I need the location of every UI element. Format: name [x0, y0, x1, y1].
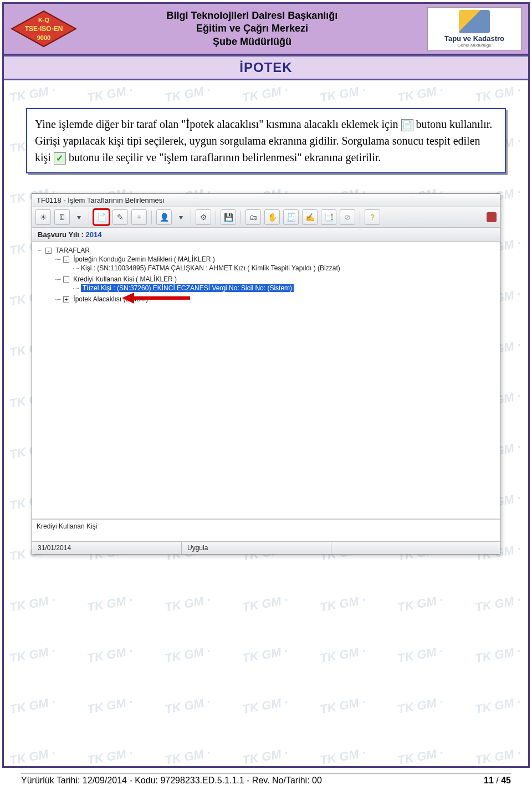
- toolbar-separator: [360, 211, 360, 224]
- header-line2: Eğitim ve Çağrı Merkezi: [77, 22, 427, 35]
- toolbar-sign-icon[interactable]: ✍: [302, 209, 318, 225]
- toolbar-help-icon[interactable]: ?: [365, 209, 380, 225]
- tree-node-malikler-label: İpoteğin Konduğu Zemin Malikleri ( MALİK…: [73, 255, 214, 263]
- page-current: 11: [484, 776, 494, 785]
- toolbar-copy-icon[interactable]: 📑: [321, 209, 336, 225]
- toolbar-save-icon[interactable]: 💾: [221, 209, 236, 225]
- toolbar-separator: [151, 211, 152, 224]
- iso-logo-bot: 9000: [37, 34, 50, 41]
- status-empty: [331, 542, 500, 554]
- toolbar-separator: [241, 211, 241, 224]
- toolbar-dropdown-icon[interactable]: ▾: [73, 209, 84, 225]
- page-sep: /: [494, 776, 501, 785]
- tree-node-malikler[interactable]: - İpoteğin Konduğu Zemin Malikleri ( MAL…: [55, 254, 497, 274]
- iso-logo-mid: TSE-ISO-EN: [25, 25, 63, 33]
- toolbar-plus-icon[interactable]: ＋: [131, 209, 147, 225]
- app-window-title: TF0118 - İşlem Taraflarının Belirlenmesi: [32, 194, 500, 207]
- tree-leaf-tuzel[interactable]: Tüzel Kişi : (SN:37260) EKİNCİ ECZANESİ …: [73, 283, 497, 293]
- page-footer: Yürürlük Tarihi: 12/09/2014 - Kodu: 9729…: [21, 773, 511, 786]
- collapse-icon[interactable]: -: [63, 276, 69, 283]
- page-frame: K-Q TSE-ISO-EN 9000 Bilgi Teknolojileri …: [2, 2, 530, 768]
- status-date: 31/01/2014: [32, 542, 182, 554]
- tk-icon: [459, 10, 490, 33]
- toolbar-stamp-icon[interactable]: 🧾: [283, 209, 299, 225]
- header-title-block: Bilgi Teknolojileri Dairesi Başkanlığı E…: [77, 9, 427, 48]
- toolbar-edit-icon[interactable]: ✎: [112, 209, 128, 225]
- tree-node-ipotek-label: İpotek Alacaklısı (Sistem): [73, 295, 148, 303]
- toolbar-sun-icon[interactable]: ☀: [35, 209, 51, 225]
- tree-leaf-selected-label: Tüzel Kişi : (SN:37260) EKİNCİ ECZANESİ …: [81, 284, 294, 292]
- collapse-icon[interactable]: -: [45, 248, 52, 254]
- iso-logo: K-Q TSE-ISO-EN 9000: [11, 10, 77, 48]
- tapu-kadastro-logo: Tapu ve Kadastro Genel Müdürlüğü: [427, 7, 521, 50]
- collapse-icon[interactable]: -: [63, 257, 69, 263]
- content-area: Yine işlemde diğer bir taraf olan "İpote…: [4, 80, 528, 566]
- instruction-part1: Yine işlemde diğer bir taraf olan "İpote…: [35, 118, 401, 130]
- status-action: Uygula: [182, 542, 331, 554]
- toolbar-gear-icon[interactable]: ⚙: [196, 209, 211, 225]
- document-header: K-Q TSE-ISO-EN 9000 Bilgi Teknolojileri …: [4, 4, 528, 55]
- footer-left: Yürürlük Tarihi: 12/09/2014 - Kodu: 9729…: [21, 776, 322, 786]
- page-total: 45: [501, 776, 511, 785]
- bottom-info: Krediyi Kullanan Kişi: [32, 519, 500, 541]
- toolbar-separator: [191, 211, 191, 224]
- tree-node-kredi-label: Krediyi Kullanan Kisi ( MALİKLER ): [73, 275, 177, 283]
- year-row: Başvuru Yılı : 2014: [32, 228, 500, 242]
- toolbar-person-icon[interactable]: 👤: [156, 209, 172, 225]
- status-bar: 31/01/2014 Uygula: [32, 541, 500, 554]
- tree-node-kredi[interactable]: - Krediyi Kullanan Kisi ( MALİKLER ) Tüz…: [55, 274, 497, 294]
- toolbar-calendar-icon[interactable]: 🗓: [54, 209, 70, 225]
- add-document-icon: [401, 119, 413, 131]
- year-label: Başvuru Yılı :: [38, 230, 84, 239]
- tk-logo-sub: Genel Müdürlüğü: [457, 43, 491, 48]
- app-toolbar: ☀ 🗓 ▾ 📄 ✎ ＋ 👤 ▾ ⚙ 💾 🗂 ✋ 🧾 ✍ 📑: [32, 207, 500, 228]
- year-value: 2014: [85, 230, 101, 239]
- instruction-box: Yine işlemde diğer bir taraf olan "İpote…: [26, 108, 506, 173]
- toolbar-hand-icon[interactable]: ✋: [264, 209, 280, 225]
- tree-root-label: TARAFLAR: [55, 247, 90, 254]
- check-icon: [54, 152, 66, 165]
- header-line3: Şube Müdürlüğü: [77, 35, 427, 48]
- tree-area[interactable]: - TARAFLAR - İpoteğin Konduğu Zemin Mali…: [32, 242, 500, 519]
- toolbar-separator: [216, 211, 216, 224]
- toolbar-dropdown-icon[interactable]: ▾: [175, 209, 186, 225]
- tree-root[interactable]: - TARAFLAR - İpoteğin Konduğu Zemin Mali…: [38, 245, 497, 305]
- tree-leaf-kisi[interactable]: Kişi : (SN:110034895) FATMA ÇALIŞKAN : A…: [73, 263, 497, 273]
- header-line1: Bilgi Teknolojileri Dairesi Başkanlığı: [77, 9, 427, 22]
- toolbar-card-icon[interactable]: 🗂: [245, 209, 261, 225]
- app-window: TF0118 - İşlem Taraflarının Belirlenmesi…: [32, 193, 500, 555]
- tree: - TARAFLAR - İpoteğin Konduğu Zemin Mali…: [35, 245, 497, 305]
- toolbar-cancel-icon[interactable]: ⊘: [340, 209, 355, 225]
- instruction-part3: butonu ile seçilir ve "işlem taraflarını…: [69, 151, 381, 163]
- expand-icon[interactable]: +: [63, 296, 69, 302]
- tree-node-ipotek-alacaklisi[interactable]: + İpotek Alacaklısı (Sistem): [55, 294, 497, 304]
- document-title: İPOTEK: [4, 55, 528, 80]
- toolbar-close-icon[interactable]: [487, 212, 497, 222]
- page-number: 11 / 45: [484, 776, 511, 786]
- toolbar-separator: [89, 211, 89, 224]
- toolbar-add-document-icon[interactable]: 📄: [94, 209, 109, 225]
- tree-leaf-kisi-label: Kişi : (SN:110034895) FATMA ÇALIŞKAN : A…: [81, 264, 340, 272]
- bottom-info-text: Krediyi Kullanan Kişi: [37, 522, 97, 530]
- tk-logo-main: Tapu ve Kadastro: [444, 34, 504, 43]
- iso-logo-top: K-Q: [38, 17, 50, 23]
